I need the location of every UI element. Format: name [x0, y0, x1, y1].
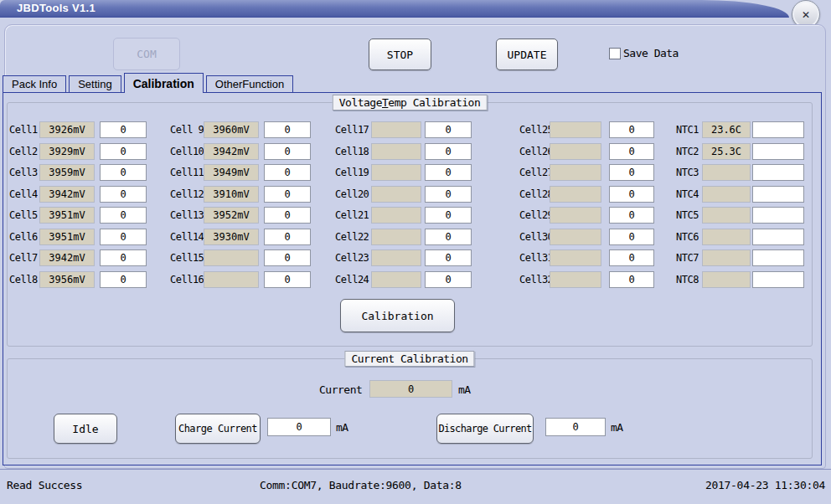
cell-label: Cell13: [170, 209, 204, 221]
cell-label: Cell30: [519, 231, 553, 243]
com-button[interactable]: COM: [113, 38, 180, 70]
voltage-temp-group: VoltageTemp Calibration Cell13926mVCell2…: [7, 102, 813, 347]
cell-value-display: [371, 164, 421, 181]
cell-cal-input[interactable]: [425, 164, 472, 181]
discharge-current-button[interactable]: Discharge Current: [436, 414, 534, 444]
current-calibration-group: Current Calibration Current 0 mA Idle Ch…: [7, 358, 813, 459]
ntc-label: NTC2: [676, 146, 699, 157]
cell-cal-input[interactable]: [100, 249, 147, 266]
cell-row: Cell43942mV: [9, 186, 148, 203]
cell-value-display: 3956mV: [39, 271, 95, 288]
cell-cal-input[interactable]: [609, 207, 654, 224]
stop-button[interactable]: STOP: [369, 39, 431, 70]
cell-cal-input[interactable]: [264, 271, 311, 288]
ntc-cal-input[interactable]: [752, 229, 804, 245]
cell-label: Cell7: [9, 252, 38, 264]
cell-row: Cell123910mV: [170, 186, 312, 203]
update-button[interactable]: UPDATE: [496, 39, 558, 70]
idle-button[interactable]: Idle: [54, 414, 117, 444]
cell-cal-input[interactable]: [264, 186, 311, 203]
calibration-button[interactable]: Calibration: [340, 299, 455, 332]
cell-row: Cell24: [335, 271, 473, 288]
tab-calibration[interactable]: Calibration: [124, 73, 204, 93]
cell-value-display: [204, 249, 259, 266]
cell-cal-input[interactable]: [264, 121, 311, 138]
cell-value-display: 3910mV: [204, 186, 259, 203]
ntc-column: NTC123.6CNTC225.3CNTC3NTC4NTC5NTC6NTC7NT…: [676, 103, 810, 346]
charge-current-input[interactable]: [267, 418, 331, 436]
cell-cal-input[interactable]: [264, 249, 311, 266]
cell-label: Cell24: [335, 274, 369, 285]
ntc-row: NTC8: [676, 271, 806, 288]
cell-cal-input[interactable]: [100, 229, 147, 245]
ntc-value-display: [702, 229, 751, 245]
tab-pack-info[interactable]: Pack Info: [3, 75, 66, 92]
cell-value-display: 3949mV: [204, 164, 259, 181]
ntc-row: NTC4: [676, 186, 806, 203]
cell-cal-input[interactable]: [100, 186, 147, 203]
cell-cal-input[interactable]: [609, 271, 654, 288]
cell-cal-input[interactable]: [100, 164, 147, 181]
cell-cal-input[interactable]: [609, 164, 654, 181]
cell-label: Cell32: [519, 274, 553, 285]
cell-cal-input[interactable]: [425, 271, 472, 288]
cell-cal-input[interactable]: [100, 271, 147, 288]
cell-label: Cell12: [170, 188, 204, 200]
cell-value-display: 3951mV: [39, 207, 95, 224]
cell-row: Cell25: [519, 121, 656, 138]
ntc-cal-input[interactable]: [752, 121, 804, 138]
cell-cal-input[interactable]: [425, 249, 472, 266]
cell-row: Cell23: [335, 249, 473, 266]
cell-cal-input[interactable]: [609, 249, 654, 266]
cell-cal-input[interactable]: [264, 164, 311, 181]
cell-column: Cell13926mVCell23929mVCell33959mVCell439…: [9, 103, 160, 346]
status-bar: Read Success Comm:COM7, Baudrate:9600, D…: [0, 469, 831, 504]
cell-label: Cell6: [9, 231, 38, 243]
cell-cal-input[interactable]: [100, 207, 147, 224]
cell-cal-input[interactable]: [264, 229, 311, 245]
cell-cal-input[interactable]: [425, 143, 472, 160]
cell-value-display: 3960mV: [204, 121, 259, 138]
cell-cal-input[interactable]: [425, 121, 472, 138]
cell-cal-input[interactable]: [425, 186, 472, 203]
cell-row: Cell143930mV: [170, 229, 312, 245]
ntc-value-display: [702, 249, 751, 266]
current-label: Current: [319, 383, 362, 396]
ntc-label: NTC6: [676, 231, 699, 243]
ntc-cal-input[interactable]: [752, 164, 804, 181]
cell-row: Cell13926mV: [9, 121, 148, 138]
cell-label: Cell26: [519, 146, 553, 157]
current-unit-label: mA: [458, 383, 471, 396]
ntc-row: NTC7: [676, 249, 806, 266]
ntc-cal-input[interactable]: [752, 271, 804, 288]
tab-other-function[interactable]: OtherFunction: [206, 75, 293, 92]
cell-cal-input[interactable]: [609, 143, 654, 160]
current-value-display: 0: [369, 380, 452, 398]
charge-current-button[interactable]: Charge Current: [175, 414, 261, 444]
ntc-cal-input[interactable]: [752, 143, 804, 160]
cell-label: Cell14: [170, 231, 204, 243]
cell-cal-input[interactable]: [264, 207, 311, 224]
cell-row: Cell103942mV: [170, 143, 312, 160]
cell-row: Cell29: [519, 207, 656, 224]
ntc-cal-input[interactable]: [752, 186, 804, 203]
cell-value-display: [550, 143, 601, 160]
cell-cal-input[interactable]: [609, 229, 654, 245]
cell-cal-input[interactable]: [609, 186, 654, 203]
cell-cal-input[interactable]: [609, 121, 654, 138]
cell-value-display: [550, 229, 601, 245]
ntc-cal-input[interactable]: [752, 207, 804, 224]
discharge-current-input[interactable]: [545, 418, 606, 436]
save-data-option[interactable]: Save Data: [609, 47, 679, 59]
tab-setting[interactable]: Setting: [69, 75, 121, 92]
cell-cal-input[interactable]: [100, 143, 147, 160]
cell-cal-input[interactable]: [100, 121, 147, 138]
save-data-checkbox[interactable]: [609, 48, 621, 59]
cell-cal-input[interactable]: [425, 207, 472, 224]
cell-value-display: 3930mV: [204, 229, 259, 245]
cell-cal-input[interactable]: [425, 229, 472, 245]
cell-value-display: [550, 207, 601, 224]
cell-value-display: [550, 186, 601, 203]
cell-cal-input[interactable]: [264, 143, 311, 160]
ntc-cal-input[interactable]: [752, 249, 804, 266]
